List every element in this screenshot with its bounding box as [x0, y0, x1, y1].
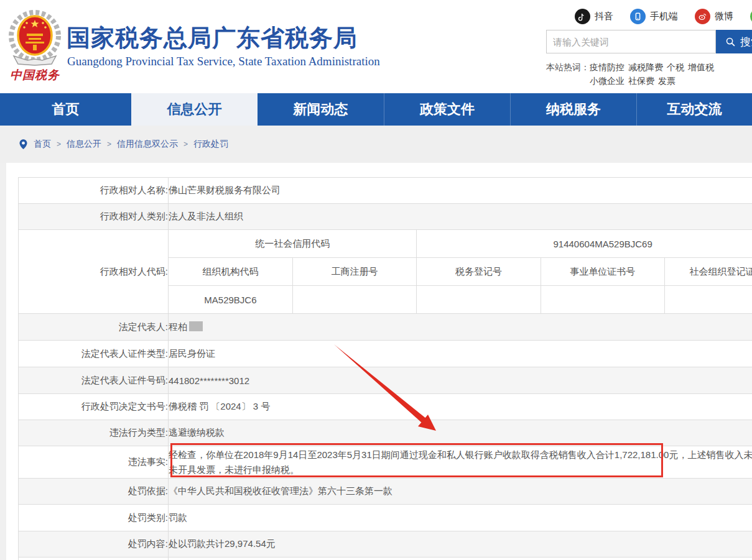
- hotword-link[interactable]: 疫情防控: [590, 60, 624, 74]
- code-value: [665, 286, 752, 314]
- penalty-detail-table: 行政相对人名称: 佛山芒果财税服务有限公司 行政相对人类别: 法人及非法人组织 …: [18, 177, 752, 560]
- site-subtitle: Guangdong Provincial Tax Service, State …: [67, 55, 380, 68]
- nav-tab-tax-service[interactable]: 纳税服务: [510, 93, 636, 126]
- breadcrumb-admin-penalty: 行政处罚: [193, 139, 228, 150]
- hotword-link[interactable]: 个税: [667, 60, 684, 74]
- code-value: [417, 286, 541, 314]
- row-value: 程柏: [169, 321, 187, 332]
- row-value: 法人及非法人组织: [169, 204, 752, 230]
- table-row: 行政相对人类别: 法人及非法人组织: [19, 204, 752, 230]
- search-icon: [725, 37, 736, 47]
- location-pin-icon: [19, 139, 28, 150]
- breadcrumb-info-disclosure[interactable]: 信息公开: [67, 139, 101, 150]
- code-header: 组织机构代码: [169, 258, 292, 286]
- logo-caption: 中国税务: [5, 67, 65, 83]
- row-value: 处以罚款共计29,974.54元: [169, 531, 752, 558]
- row-value: 罚款: [169, 505, 752, 531]
- table-row: 法定代表人证件类型: 居民身份证: [19, 341, 752, 367]
- table-row: MA529BJC6: [169, 286, 752, 314]
- breadcrumb-separator: >: [183, 140, 188, 149]
- row-label: 法定代表人证件类型:: [19, 341, 169, 367]
- row-value: 逃避缴纳税款: [169, 420, 752, 446]
- table-row: 法定代表人: 程柏: [19, 314, 752, 341]
- breadcrumb-credit-publicity[interactable]: 信用信息双公示: [117, 139, 178, 150]
- table-row-codes: 行政相对人代码: 统一社会信用代码 91440604MA529BJC69 组织机…: [19, 230, 752, 314]
- row-value: 经检查，你单位在2018年9月14日至2023年5月31日期间通过现金和私人银行…: [169, 446, 752, 479]
- douyin-label: 抖音: [595, 11, 613, 22]
- row-value: 佛山芒果财税服务有限公司: [169, 178, 752, 204]
- hotword-link[interactable]: 社保费: [628, 74, 654, 88]
- hotword-link[interactable]: 增值税: [688, 60, 714, 74]
- breadcrumb: 首页 > 信息公开 > 信用信息双公示 > 行政处罚: [19, 139, 228, 150]
- redaction-block: [189, 321, 203, 331]
- table-row: 处罚内容: 处以罚款共计29,974.54元: [19, 531, 752, 558]
- search-input[interactable]: [546, 30, 716, 53]
- nav-tab-interaction[interactable]: 互动交流: [636, 93, 752, 126]
- hotword-link[interactable]: 减税降费: [628, 60, 663, 74]
- breadcrumb-separator: >: [57, 140, 61, 149]
- row-value: 佛税稽 罚 〔2024〕 3 号: [169, 394, 752, 420]
- row-label: 处罚依据:: [19, 479, 169, 505]
- table-row: 违法行为类型: 逃避缴纳税款: [19, 420, 752, 446]
- table-row: 处罚类别: 罚款: [19, 505, 752, 531]
- tax-emblem-icon: [6, 7, 63, 67]
- table-row: 行政处罚决定文书号: 佛税稽 罚 〔2024〕 3 号: [19, 394, 752, 420]
- nav-tab-info-disclosure[interactable]: 信息公开: [131, 93, 258, 126]
- row-label: 行政相对人代码:: [19, 230, 169, 314]
- weibo-icon: [695, 9, 710, 24]
- code-header: 税务登记号: [417, 258, 541, 286]
- nav-tab-policy[interactable]: 政策文件: [384, 93, 510, 126]
- search-bar: 搜索: [546, 30, 752, 53]
- row-label: 法定代表人:: [19, 314, 169, 341]
- weibo-label: 微博: [715, 11, 733, 22]
- row-label: 法定代表人证件号码:: [19, 367, 169, 394]
- mobile-label: 手机端: [650, 11, 678, 22]
- row-label: 违法事实:: [19, 446, 169, 479]
- nav-tab-news[interactable]: 新闻动态: [258, 93, 384, 126]
- weibo-link[interactable]: 微博: [695, 9, 733, 24]
- row-value: 《中华人民共和国税收征收管理法》第六十三条第一款: [169, 479, 752, 505]
- table-row-violation-facts: 违法事实: 经检查，你单位在2018年9月14日至2023年5月31日期间通过现…: [19, 446, 752, 479]
- breadcrumb-home[interactable]: 首页: [34, 139, 51, 150]
- site-logo: 中国税务: [5, 7, 65, 83]
- credit-code-value: 91440604MA529BJC69: [417, 230, 752, 258]
- main-nav: 首页 信息公开 新闻动态 政策文件 纳税服务 互动交流: [0, 93, 752, 126]
- site-title: 国家税务总局广东省税务局: [67, 22, 358, 54]
- table-row: 组织机构代码 工商注册号 税务登记号 事业单位证书号 社会组织登记证号: [169, 258, 752, 286]
- table-row-partial: [19, 558, 752, 560]
- site-header: 中国税务 国家税务总局广东省税务局 Guangdong Provincial T…: [0, 0, 752, 93]
- code-value: [292, 286, 416, 314]
- hotwords-list: 疫情防控 减税降费 个税 增值税 小微企业 社保费 发票: [590, 60, 752, 88]
- hotwords-bar: 本站热词： 疫情防控 减税降费 个税 增值税 小微企业 社保费 发票: [546, 60, 752, 88]
- nav-tab-home[interactable]: 首页: [0, 93, 131, 126]
- row-value: 441802********3012: [169, 367, 752, 394]
- code-value: MA529BJC6: [169, 286, 292, 314]
- code-header: 社会组织登记证号: [665, 258, 752, 286]
- mobile-icon: [630, 9, 646, 24]
- hotword-link[interactable]: 小微企业: [590, 74, 624, 88]
- hotword-link[interactable]: 发票: [658, 74, 675, 88]
- table-row: 处罚依据: 《中华人民共和国税收征收管理法》第六十三条第一款: [19, 479, 752, 505]
- row-label: 行政相对人类别:: [19, 204, 169, 230]
- row-label: 违法行为类型:: [19, 420, 169, 446]
- credit-code-label: 统一社会信用代码: [169, 230, 417, 258]
- breadcrumb-strip: 首页 > 信息公开 > 信用信息双公示 > 行政处罚: [0, 126, 752, 163]
- code-sub-table: 统一社会信用代码 91440604MA529BJC69 组织机构代码 工商注册号…: [169, 230, 752, 313]
- penalty-detail-card: 行政相对人名称: 佛山芒果财税服务有限公司 行政相对人类别: 法人及非法人组织 …: [6, 163, 752, 560]
- table-row: 统一社会信用代码 91440604MA529BJC69: [169, 230, 752, 258]
- douyin-link[interactable]: 抖音: [575, 9, 613, 24]
- table-row: 行政相对人名称: 佛山芒果财税服务有限公司: [19, 178, 752, 204]
- row-label: 处罚类别:: [19, 505, 169, 531]
- mobile-link[interactable]: 手机端: [630, 9, 678, 24]
- row-label: 处罚内容:: [19, 531, 169, 558]
- table-row: 法定代表人证件号码: 441802********3012: [19, 367, 752, 394]
- tax-penalty-page: { "header": { "logo_caption": "中国税务", "t…: [0, 0, 752, 560]
- hotwords-label: 本站热词：: [546, 60, 590, 88]
- search-button-label: 搜索: [740, 35, 752, 49]
- row-label: 行政处罚决定文书号:: [19, 394, 169, 420]
- douyin-icon: [575, 9, 590, 24]
- search-button[interactable]: 搜索: [716, 30, 752, 53]
- row-label: 行政相对人名称:: [19, 178, 169, 204]
- row-value: 居民身份证: [169, 341, 752, 367]
- social-links: 抖音 手机端 微博 微信: [575, 9, 752, 24]
